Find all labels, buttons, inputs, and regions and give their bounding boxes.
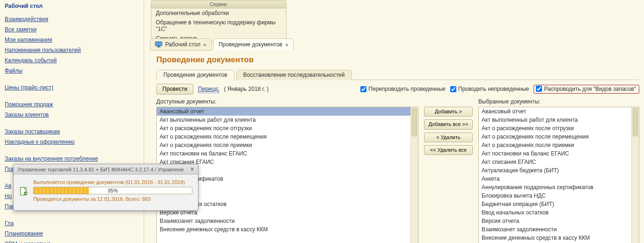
sidebar-item[interactable]: CRM и маркетинг: [5, 239, 139, 243]
list-item[interactable]: Анкета: [479, 175, 639, 183]
sidebar-item[interactable]: Накладные к оформлению: [5, 137, 139, 147]
list-item[interactable]: Внесение денежных средств в кассу ККМ: [479, 234, 639, 242]
list-item[interactable]: Аннулирование подарочных сертификатов: [479, 183, 639, 191]
svg-point-4: [24, 191, 28, 195]
sidebar-item[interactable]: Заказы клиентов: [5, 110, 139, 120]
checkbox-provide-unprovided-input[interactable]: [450, 86, 456, 92]
sidebar-item[interactable]: Заказы поставщикам: [5, 126, 139, 137]
toolbar: Провести Период: ( Январь 2018 г. ) Пере…: [156, 84, 639, 95]
available-title: Доступные документы:: [156, 98, 418, 105]
list-item[interactable]: Акт о расхождениях после приемки: [157, 141, 418, 149]
inner-tabs: Проведение документовВосстановление посл…: [156, 69, 639, 80]
selected-list[interactable]: Авансовый отчетАкт выполненных работ для…: [478, 107, 639, 243]
transfer-buttons: Добавить > Добавить все >> < Удалить << …: [424, 98, 473, 243]
list-item[interactable]: Бюджетная операция (БИТ): [479, 200, 639, 208]
list-item[interactable]: Блокировка вычета НДС: [479, 191, 639, 200]
checkbox-reprovide-input[interactable]: [360, 86, 366, 92]
progress-bar: 35%: [33, 187, 192, 194]
list-item[interactable]: Акт выполненных работ для клиента: [157, 116, 418, 124]
close-icon[interactable]: ✕: [285, 42, 288, 48]
run-button[interactable]: Провести: [156, 84, 193, 95]
service-panel: Сервис Дополнительные обработкиОбращение…: [151, 0, 286, 44]
remove-button[interactable]: < Удалить: [424, 133, 473, 142]
list-item[interactable]: Акт постановки на баланс ЕГАИС: [479, 149, 639, 158]
sidebar-item[interactable]: Цены (прайс-лист): [5, 82, 139, 93]
sidebar-item[interactable]: Все заметки: [5, 24, 139, 35]
list-item[interactable]: Акт о расхождениях после отгрузки: [479, 124, 639, 133]
checkbox-provide-unprovided-label: Проводить непроведенные: [458, 86, 529, 92]
list-item[interactable]: Авансовый отчет: [479, 107, 639, 116]
period-value: ( Январь 2018 г. ): [224, 86, 269, 92]
checkbox-unprovide-stocks[interactable]: Распроводить для "Видов запасов": [534, 85, 639, 94]
document-icon: [19, 187, 29, 196]
main-area: Сервис Дополнительные обработкиОбращение…: [145, 0, 644, 243]
sidebar-title: Рабочий стол: [5, 3, 139, 9]
sidebar-item[interactable]: Планирование: [5, 228, 139, 239]
list-item[interactable]: Акт о расхождениях после отгрузки: [157, 124, 418, 133]
dialog-titlebar[interactable]: Управление торговлей 11.3.4.81 + БИТ.ФИН…: [14, 164, 198, 175]
list-item[interactable]: Ввод начальных остатков: [479, 208, 639, 217]
dialog-message-2: Проводятся документы за 12.01.2018. Всег…: [33, 196, 192, 202]
sidebar-item[interactable]: Помощник продаж: [5, 99, 139, 110]
svg-rect-2: [157, 47, 161, 47]
checkbox-unprovide-stocks-input[interactable]: [536, 86, 542, 92]
list-item[interactable]: Версия отчета: [479, 217, 639, 225]
svg-rect-1: [158, 46, 160, 47]
progress-dialog: Управление торговлей 11.3.4.81 + БИТ.ФИН…: [13, 164, 198, 211]
selected-column: Выбранные документы: Авансовый отчетАкт …: [478, 98, 639, 243]
page-content: Проведение документов Проведение докумен…: [156, 52, 639, 243]
window-tab[interactable]: Рабочий стол✕: [150, 38, 212, 51]
remove-all-button[interactable]: << Удалить все: [424, 145, 473, 155]
inner-tab[interactable]: Проведение документов: [156, 70, 234, 80]
scrollbar[interactable]: [631, 107, 639, 243]
list-item[interactable]: Авансовый отчет: [157, 107, 418, 116]
list-item[interactable]: Акт постановки на баланс ЕГАИС: [157, 149, 418, 158]
close-icon[interactable]: ✕: [203, 42, 206, 48]
list-item[interactable]: Акт выполненных работ для клиента: [479, 116, 639, 124]
sidebar-item[interactable]: Календарь событий: [5, 55, 139, 66]
two-column-layout: Доступные документы: Авансовый отчетАкт …: [156, 98, 639, 243]
sidebar-item[interactable]: Гла: [5, 218, 139, 228]
selected-title: Выбранные документы:: [478, 98, 639, 105]
list-item[interactable]: Взаимозачет задолженности: [157, 217, 418, 225]
sidebar-item[interactable]: Мои напоминания: [5, 35, 139, 45]
list-item[interactable]: Внесение денежных средств в кассу ККМ: [157, 225, 418, 234]
sidebar-item[interactable]: Напоминания пользователей: [5, 45, 139, 55]
service-panel-header: Сервис: [151, 0, 286, 8]
service-link[interactable]: Дополнительные обработки: [151, 8, 286, 18]
tab-label: Проведение документов: [219, 41, 283, 48]
checkbox-provide-unprovided[interactable]: Проводить непроведенные: [450, 86, 529, 92]
dialog-message-1: Выполняется проведение документов (01.01…: [33, 179, 192, 185]
window-tab[interactable]: Проведение документов✕: [213, 38, 293, 51]
list-item[interactable]: Акт о расхождениях после перемещения: [157, 133, 418, 141]
close-icon[interactable]: ✕: [190, 166, 194, 172]
service-link[interactable]: Обращение в техническую поддержку фирмы …: [151, 18, 286, 34]
scrollbar[interactable]: [410, 107, 418, 243]
scrollbar-thumb[interactable]: [412, 108, 417, 136]
page-title: Проведение документов: [156, 55, 639, 65]
inner-tab[interactable]: Восстановление последовательностей: [236, 70, 352, 80]
checkbox-reprovide[interactable]: Перепроводить проведенные: [360, 86, 446, 92]
window-tabs: Рабочий стол✕Проведение документов✕: [150, 38, 295, 51]
sidebar-item[interactable]: Заказы на внутреннее потребление: [5, 154, 139, 164]
sidebar-item[interactable]: Файлы: [5, 66, 139, 76]
period-link[interactable]: Период:: [198, 86, 219, 92]
desktop-icon: [155, 41, 162, 48]
checkbox-reprovide-label: Перепроводить проведенные: [368, 86, 446, 92]
checkbox-unprovide-stocks-label: Распроводить для "Видов запасов": [544, 86, 636, 92]
list-item[interactable]: Акт списания ЕГАИС: [479, 158, 639, 166]
svg-rect-0: [155, 42, 162, 46]
sidebar-item[interactable]: Взаимодействия: [5, 14, 139, 24]
add-button[interactable]: Добавить >: [424, 107, 473, 117]
list-item[interactable]: Взаимозачет задолженности: [479, 225, 639, 234]
list-item[interactable]: Актуализация бюджета (БИТ): [479, 166, 639, 175]
scrollbar-thumb[interactable]: [633, 108, 638, 136]
add-all-button[interactable]: Добавить все >>: [424, 119, 473, 129]
tab-label: Рабочий стол: [165, 41, 200, 48]
list-item[interactable]: Акт о расхождениях после перемещения: [479, 133, 639, 141]
progress-percent: 35%: [34, 187, 192, 194]
list-item[interactable]: Акт о расхождениях после приемки: [479, 141, 639, 149]
dialog-title-text: Управление торговлей 11.3.4.81 + БИТ.ФИН…: [17, 167, 183, 172]
